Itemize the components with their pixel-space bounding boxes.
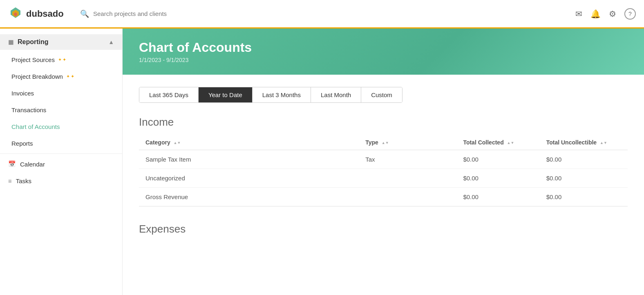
filter-last-365[interactable]: Last 365 Days	[139, 87, 199, 102]
income-table-body: Sample Tax Item Tax $0.00 $0.00 Uncatego…	[139, 150, 628, 206]
page-title: Chart of Accounts	[139, 40, 628, 55]
sidebar-reporting-header[interactable]: ▦ Reporting ▲	[0, 34, 122, 50]
row-type	[359, 188, 456, 206]
category-sort-icon[interactable]: ▲▼	[174, 141, 181, 145]
row-type: Tax	[359, 150, 456, 169]
tasks-icon: ≡	[8, 177, 12, 184]
row-total-uncollectible: $0.00	[540, 188, 628, 206]
row-total-uncollectible: $0.00	[540, 150, 628, 169]
sidebar-item-label: Transactions	[11, 106, 46, 113]
sidebar-calendar-label: Calendar	[20, 161, 45, 168]
sidebar-item-tasks[interactable]: ≡ Tasks	[0, 173, 122, 189]
topbar-actions: ✉ 🔔 ⚙ ?	[575, 8, 636, 20]
project-breakdown-star: ✦ ✦	[66, 74, 74, 79]
row-total-collected: $0.00	[456, 150, 539, 169]
sidebar-item-chart-of-accounts[interactable]: Chart of Accounts	[0, 118, 122, 135]
table-row: Gross Revenue $0.00 $0.00	[139, 188, 628, 206]
page-date-range: 1/1/2023 - 9/1/2023	[139, 57, 628, 63]
project-sources-star: ✦ ✦	[58, 57, 66, 62]
row-total-uncollectible: $0.00	[540, 169, 628, 188]
col-header-total-collected: Total Collected ▲▼	[456, 135, 539, 150]
help-icon[interactable]: ?	[624, 8, 636, 20]
income-header-row: Category ▲▼ Type ▲▼ Total Collected ▲▼	[139, 135, 628, 150]
row-type	[359, 169, 456, 188]
income-table: Category ▲▼ Type ▲▼ Total Collected ▲▼	[139, 135, 628, 206]
filter-custom[interactable]: Custom	[361, 87, 402, 102]
calendar-icon: 📅	[8, 160, 16, 168]
row-category: Gross Revenue	[139, 188, 359, 206]
col-header-total-uncollectible: Total Uncollectible ▲▼	[540, 135, 628, 150]
sidebar-item-label: Project Sources	[11, 56, 55, 63]
topbar: dubsado 🔍 ✉ 🔔 ⚙ ?	[0, 0, 644, 29]
col-header-category: Category ▲▼	[139, 135, 359, 150]
sidebar-item-label: Project Breakdown	[11, 73, 63, 80]
table-row: Sample Tax Item Tax $0.00 $0.00	[139, 150, 628, 169]
content-body: Last 365 Days Year to Date Last 3 Months…	[123, 75, 644, 254]
logo: dubsado	[8, 7, 74, 21]
sidebar-tasks-label: Tasks	[16, 177, 31, 184]
table-row: Uncategorized $0.00 $0.00	[139, 169, 628, 188]
app-name: dubsado	[26, 9, 64, 19]
reporting-icon: ▦	[8, 39, 13, 45]
settings-icon[interactable]: ⚙	[609, 9, 616, 19]
filter-last-month[interactable]: Last Month	[311, 87, 361, 102]
search-bar: 🔍	[80, 9, 325, 18]
income-table-header: Category ▲▼ Type ▲▼ Total Collected ▲▼	[139, 135, 628, 150]
uncollectible-sort-icon[interactable]: ▲▼	[600, 141, 607, 145]
sidebar-item-label: Invoices	[11, 90, 34, 97]
sidebar: ▦ Reporting ▲ Project Sources ✦ ✦ Projec…	[0, 29, 123, 295]
sidebar-reporting-label: Reporting	[18, 38, 49, 46]
star-icon-2: ✦	[63, 57, 66, 62]
sidebar-item-invoices[interactable]: Invoices	[0, 85, 122, 102]
mail-icon[interactable]: ✉	[575, 9, 582, 19]
expenses-section-title: Expenses	[139, 223, 628, 235]
sidebar-item-project-breakdown[interactable]: Project Breakdown ✦ ✦	[0, 68, 122, 85]
sidebar-item-project-sources[interactable]: Project Sources ✦ ✦	[0, 51, 122, 68]
date-filter-group: Last 365 Days Year to Date Last 3 Months…	[139, 87, 402, 103]
income-section-title: Income	[139, 116, 628, 129]
filter-year-to-date[interactable]: Year to Date	[199, 87, 253, 102]
reporting-chevron-icon: ▲	[108, 39, 114, 45]
search-icon: 🔍	[80, 9, 89, 18]
bell-icon[interactable]: 🔔	[590, 9, 601, 19]
sidebar-item-calendar[interactable]: 📅 Calendar	[0, 155, 122, 173]
row-category: Uncategorized	[139, 169, 359, 188]
star-icon-1: ✦	[58, 57, 62, 62]
sidebar-item-transactions[interactable]: Transactions	[0, 102, 122, 118]
collected-sort-icon[interactable]: ▲▼	[507, 141, 514, 145]
sidebar-item-label: Chart of Accounts	[11, 123, 60, 130]
search-input[interactable]	[93, 10, 325, 17]
row-total-collected: $0.00	[456, 169, 539, 188]
row-total-collected: $0.00	[456, 188, 539, 206]
page-header: Chart of Accounts 1/1/2023 - 9/1/2023	[123, 29, 644, 75]
main-content: Chart of Accounts 1/1/2023 - 9/1/2023 La…	[123, 29, 644, 295]
type-sort-icon[interactable]: ▲▼	[382, 141, 389, 145]
logo-icon	[8, 7, 23, 21]
star-icon-3: ✦	[66, 74, 70, 79]
sidebar-divider	[0, 153, 122, 154]
filter-last-3-months[interactable]: Last 3 Months	[253, 87, 311, 102]
sidebar-item-label: Reports	[11, 140, 33, 147]
col-header-type: Type ▲▼	[359, 135, 456, 150]
row-category: Sample Tax Item	[139, 150, 359, 169]
star-icon-4: ✦	[71, 74, 74, 79]
sidebar-item-reports[interactable]: Reports	[0, 135, 122, 152]
